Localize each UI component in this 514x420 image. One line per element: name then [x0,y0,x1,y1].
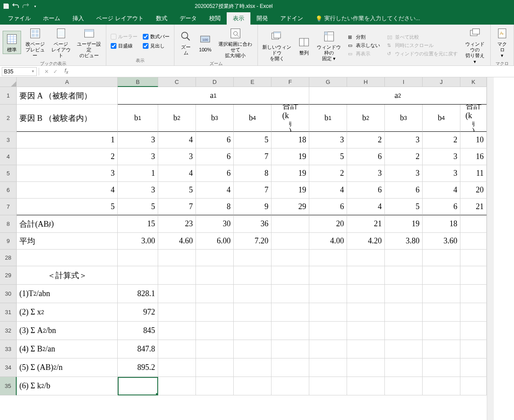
cell-H6[interactable]: 6 [347,182,385,199]
arrange-button[interactable]: 整列 [295,34,313,57]
tell-me[interactable]: 💡 実行したい作業を入力してください... [309,12,427,25]
cell-D31[interactable] [196,303,234,322]
row-header-33[interactable]: 33 [0,340,17,358]
cell-I7[interactable]: 5 [385,199,423,215]
cell-H34[interactable] [347,358,385,377]
cell-A8[interactable]: 合計(ABjl) [17,215,118,233]
cell-C35[interactable] [158,377,196,395]
cell-E6[interactable]: 7 [234,182,271,199]
cell-H33[interactable] [347,340,385,358]
cell-I35[interactable] [385,377,423,395]
cell-H4[interactable]: 6 [347,148,385,165]
row-header-8[interactable]: 8 [0,215,17,233]
cell-J35[interactable] [423,377,460,395]
name-box[interactable]: B35 ▼ [2,67,37,76]
cell-H2[interactable]: b2 [347,105,385,132]
check-ruler[interactable]: ルーラー [111,33,138,40]
tab-insert[interactable]: 挿入 [66,12,90,25]
row-header-6[interactable]: 6 [0,182,17,199]
cell-J6[interactable]: 4 [423,182,460,199]
cell-H5[interactable]: 3 [347,165,385,182]
cell-K7[interactable]: 21 [460,199,487,215]
cell-K5[interactable]: 11 [460,165,487,182]
cell-C9[interactable]: 4.60 [158,233,196,250]
col-header-H[interactable]: H [347,77,385,87]
cell-J7[interactable]: 6 [423,199,460,215]
tab-pagelayout[interactable]: ページ レイアウト [90,12,150,25]
cell-E9[interactable]: 7.20 [234,233,271,250]
cell-A1[interactable]: 要因 A （被験者間） [17,87,118,105]
cell-G8[interactable]: 20 [309,215,347,233]
cell-B8[interactable]: 15 [118,215,158,233]
cell-G32[interactable] [309,322,347,340]
formula-input[interactable] [72,67,512,76]
tab-formulas[interactable]: 数式 [150,12,174,25]
qat-dropdown-icon[interactable]: ▾ [32,3,39,10]
cell-J5[interactable]: 3 [423,165,460,182]
view-pagelayout-button[interactable]: ページ レイアウト [49,25,73,60]
cell-C31[interactable] [158,303,196,322]
switch-windows-button[interactable]: ウィンドウの 切り替え ▾ [462,25,488,65]
cell-E28[interactable] [234,250,271,266]
row-header-3[interactable]: 3 [0,132,17,148]
cell-J4[interactable]: 3 [423,148,460,165]
zoom-button[interactable]: ズーム [177,29,195,57]
col-header-C[interactable]: C [158,77,196,87]
macros-button[interactable]: マクロ ▾ [493,25,511,60]
cell-K9[interactable] [460,233,487,250]
cell-B2[interactable]: b1 [118,105,158,132]
cell-E8[interactable]: 36 [234,215,271,233]
cell-C8[interactable]: 23 [158,215,196,233]
cell-J3[interactable]: 2 [423,132,460,148]
view-custom-button[interactable]: ユーザー設定 のビュー [75,25,103,60]
cell-H30[interactable] [347,285,385,303]
cell-J8[interactable]: 18 [423,215,460,233]
col-header-G[interactable]: G [309,77,347,87]
cell-H9[interactable]: 4.20 [347,233,385,250]
cell-A4[interactable]: 2 [17,148,118,165]
cell-C34[interactable] [158,358,196,377]
cell-D33[interactable] [196,340,234,358]
cell-A32[interactable]: (3) Σ A2/bn [17,322,118,340]
row-header-29[interactable]: 29 [0,266,17,285]
cell-A33[interactable]: (4) Σ B2/an [17,340,118,358]
cell-I33[interactable] [385,340,423,358]
cell-G31[interactable] [309,303,347,322]
cell-H28[interactable] [347,250,385,266]
cell-H8[interactable]: 21 [347,215,385,233]
cell-G4[interactable]: 5 [309,148,347,165]
cell-I32[interactable] [385,322,423,340]
cell-E32[interactable] [234,322,271,340]
cell-F8[interactable] [271,215,309,233]
cell-F30[interactable] [271,285,309,303]
cell-I31[interactable] [385,303,423,322]
cell-D32[interactable] [196,322,234,340]
col-header-K[interactable]: K [460,77,487,87]
cell-I9[interactable]: 3.80 [385,233,423,250]
cell-I29[interactable] [385,266,423,285]
cell-A7[interactable]: 5 [17,199,118,215]
cell-E7[interactable]: 9 [234,199,271,215]
cell-G3[interactable]: 3 [309,132,347,148]
tab-home[interactable]: ホーム [37,12,66,25]
cell-J2[interactable]: b4 [423,105,460,132]
cell-K29[interactable] [460,266,487,285]
row-header-7[interactable]: 7 [0,199,17,215]
cell-D7[interactable]: 8 [196,199,234,215]
cell-B32[interactable]: 845 [118,322,158,340]
cell-F3[interactable]: 18 [271,132,309,148]
cell-A28[interactable] [17,250,118,266]
cell-F32[interactable] [271,322,309,340]
col-header-D[interactable]: D [196,77,234,87]
cell-B31[interactable]: 972 [118,303,158,322]
cell-K6[interactable]: 20 [460,182,487,199]
cell-F31[interactable] [271,303,309,322]
cell-A31[interactable]: (2) Σ x2 [17,303,118,322]
row-header-4[interactable]: 4 [0,148,17,165]
cell-E4[interactable]: 7 [234,148,271,165]
row-header-30[interactable]: 30 [0,285,17,303]
tab-addins[interactable]: アドイン [274,12,309,25]
cell-G33[interactable] [309,340,347,358]
cell-C4[interactable]: 3 [158,148,196,165]
cell-I28[interactable] [385,250,423,266]
